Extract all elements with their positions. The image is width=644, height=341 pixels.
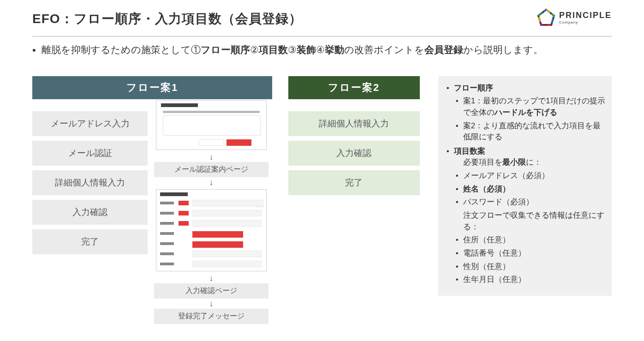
flow2-column: フロー案2 詳細個人情報入力 入力確認 完了	[288, 76, 420, 195]
notes-subitem: 案1：最初のステップで1項目だけの提示で全体のハードルを下げる	[454, 96, 605, 118]
notes-item: フロー順序 案1：最初のステップで1項目だけの提示で全体のハードルを下げる 案2…	[445, 83, 605, 143]
pentagon-icon	[537, 8, 555, 27]
notes-opt-intro: 注文フローで収集できる情報は任意にする：	[454, 210, 605, 233]
flow1-step: 詳細個人情報入力	[32, 170, 148, 195]
arrow-down-icon: ↓	[209, 299, 214, 308]
logo-subtext: Company	[559, 20, 612, 24]
flow2-step: 詳細個人情報入力	[288, 111, 420, 136]
divider	[32, 36, 612, 36]
notes-opt-item: 住所（任意）	[454, 234, 605, 246]
arrow-down-icon: ↓	[209, 153, 214, 161]
flow1-step: 入力確認	[32, 200, 148, 225]
logo-text: PRINCIPLE	[559, 11, 612, 19]
flow2-step: 完了	[288, 170, 420, 195]
notes-opt-item: 電話番号（任意）	[454, 248, 605, 259]
notes-subitem: 案2：より直感的な流れで入力項目を最低限にする	[454, 120, 605, 143]
notes-panel: フロー順序 案1：最初のステップで1項目だけの提示で全体のハードルを下げる 案2…	[438, 76, 612, 296]
notes-opt-item: 生年月日（任意）	[454, 274, 605, 286]
lead-bullet: 離脱を抑制するための施策として①フロー順序②項目数③装飾④挙動の改善ポイントを会…	[32, 42, 612, 58]
flow1-step: メールアドレス入力	[32, 111, 148, 136]
flow2-header: フロー案2	[288, 76, 420, 99]
flow1-step: メール認証	[32, 141, 148, 166]
notes-item: 項目数案 必要項目を最小限に： メールアドレス（必須） 姓名（必須） パスワード…	[445, 146, 605, 286]
flow1-step: 完了	[32, 229, 148, 254]
notes-req-item: パスワード（必須）	[454, 197, 605, 208]
arrow-down-icon: ↓	[209, 274, 214, 282]
mockup-email-page	[156, 100, 267, 150]
mockup-detail-page	[156, 189, 267, 271]
header: EFO：フロー順序・入力項目数（会員登録） PRINCIPLE Company	[32, 10, 612, 28]
flow1-column: フロー案1 メールアドレス入力 メール認証 詳細個人情報入力 入力確認 完了 ↓…	[32, 76, 270, 324]
body: フロー案1 メールアドレス入力 メール認証 詳細個人情報入力 入力確認 完了 ↓…	[32, 76, 612, 324]
notes-opt-item: 性別（任意）	[454, 261, 605, 273]
arrow-down-icon: ↓	[209, 178, 214, 186]
notes-req-item: メールアドレス（必須）	[454, 170, 605, 182]
slide-title: EFO：フロー順序・入力項目数（会員登録）	[32, 10, 302, 28]
slide: EFO：フロー順序・入力項目数（会員登録） PRINCIPLE Company …	[0, 0, 644, 341]
brand-logo: PRINCIPLE Company	[537, 8, 612, 27]
flow2-step: 入力確認	[288, 141, 420, 166]
notes-req-item: 姓名（必須）	[454, 184, 605, 195]
flow1-substep: メール認証案内ページ	[154, 162, 268, 177]
flow1-substep: 登録完了メッセージ	[154, 309, 268, 324]
flow1-substep: 入力確認ページ	[154, 283, 268, 299]
